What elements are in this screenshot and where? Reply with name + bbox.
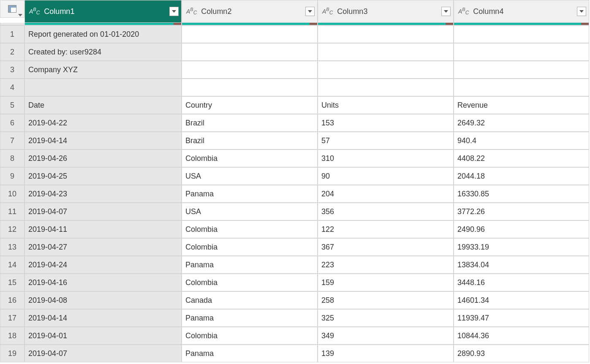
table-cell[interactable]: 139 <box>318 345 454 362</box>
table-cell[interactable]: 349 <box>318 327 454 345</box>
table-cell[interactable]: USA <box>182 203 318 220</box>
table-cell[interactable]: 223 <box>318 256 454 274</box>
table-cell[interactable]: 14601.34 <box>454 291 589 309</box>
table-cell[interactable]: Created by: user9284 <box>24 43 182 61</box>
table-cell[interactable]: 2019-04-07 <box>24 203 182 220</box>
table-cell[interactable]: Colombia <box>182 149 318 167</box>
table-cell[interactable]: 2019-04-14 <box>24 132 182 149</box>
table-cell[interactable]: 2490.96 <box>454 220 589 238</box>
row-number[interactable]: 2 <box>0 43 24 61</box>
row-number[interactable]: 6 <box>0 114 24 132</box>
table-cell[interactable]: 16330.85 <box>454 185 589 203</box>
table-cell[interactable]: 2649.32 <box>454 114 589 132</box>
column-filter-button[interactable] <box>577 7 586 16</box>
row-number[interactable]: 18 <box>0 327 24 345</box>
table-cell[interactable] <box>182 61 318 79</box>
table-cell[interactable]: 2019-04-07 <box>24 345 182 362</box>
table-cell[interactable] <box>454 61 589 79</box>
table-cell[interactable]: 2019-04-22 <box>24 114 182 132</box>
table-cell[interactable]: 11939.47 <box>454 309 589 327</box>
table-cell[interactable]: Panama <box>182 345 318 362</box>
table-cell[interactable]: 2019-04-08 <box>24 291 182 309</box>
table-cell[interactable]: 90 <box>318 167 454 185</box>
row-number[interactable]: 4 <box>0 79 24 96</box>
table-cell[interactable] <box>182 43 318 61</box>
row-number[interactable]: 3 <box>0 61 24 79</box>
table-cell[interactable] <box>182 25 318 43</box>
table-cell[interactable] <box>318 61 454 79</box>
table-cell[interactable] <box>454 43 589 61</box>
table-cell[interactable]: 2890.93 <box>454 345 589 362</box>
table-cell[interactable]: 356 <box>318 203 454 220</box>
table-cell[interactable]: Company XYZ <box>24 61 182 79</box>
column-header-3[interactable]: ABCColumn3 <box>318 0 454 23</box>
table-cell[interactable]: Colombia <box>182 238 318 256</box>
table-cell[interactable]: Report generated on 01-01-2020 <box>24 25 182 43</box>
table-cell[interactable]: Panama <box>182 185 318 203</box>
table-cell[interactable] <box>454 79 589 96</box>
table-cell[interactable] <box>24 79 182 96</box>
table-cell[interactable]: Colombia <box>182 274 318 291</box>
table-cell[interactable]: 3772.26 <box>454 203 589 220</box>
table-cell[interactable]: 3448.16 <box>454 274 589 291</box>
column-header-2[interactable]: ABCColumn2 <box>182 0 318 23</box>
row-number[interactable]: 17 <box>0 309 24 327</box>
table-cell[interactable]: Brazil <box>182 114 318 132</box>
column-filter-button[interactable] <box>305 7 315 16</box>
table-cell[interactable]: 159 <box>318 274 454 291</box>
column-filter-button[interactable] <box>169 7 179 16</box>
table-cell[interactable] <box>454 25 589 43</box>
table-cell[interactable]: 325 <box>318 309 454 327</box>
table-cell[interactable]: 2019-04-24 <box>24 256 182 274</box>
table-cell[interactable]: 19933.19 <box>454 238 589 256</box>
table-cell[interactable]: 2019-04-16 <box>24 274 182 291</box>
table-cell[interactable]: Units <box>318 96 454 114</box>
row-number[interactable]: 12 <box>0 220 24 238</box>
table-cell[interactable]: 10844.36 <box>454 327 589 345</box>
table-cell[interactable]: 310 <box>318 149 454 167</box>
table-cell[interactable]: 204 <box>318 185 454 203</box>
table-cell[interactable]: 57 <box>318 132 454 149</box>
table-cell[interactable]: 258 <box>318 291 454 309</box>
row-number[interactable]: 8 <box>0 149 24 167</box>
table-cell[interactable] <box>318 43 454 61</box>
table-cell[interactable]: 2019-04-26 <box>24 149 182 167</box>
table-cell[interactable]: 940.4 <box>454 132 589 149</box>
table-cell[interactable] <box>318 25 454 43</box>
row-number[interactable]: 13 <box>0 238 24 256</box>
row-number[interactable]: 19 <box>0 345 24 362</box>
column-header-4[interactable]: ABCColumn4 <box>454 0 589 23</box>
table-cell[interactable]: 4408.22 <box>454 149 589 167</box>
table-cell[interactable]: 2044.18 <box>454 167 589 185</box>
row-number[interactable]: 15 <box>0 274 24 291</box>
table-cell[interactable]: 2019-04-01 <box>24 327 182 345</box>
table-cell[interactable] <box>318 79 454 96</box>
table-cell[interactable]: 2019-04-14 <box>24 309 182 327</box>
table-cell[interactable]: Country <box>182 96 318 114</box>
table-cell[interactable]: 2019-04-27 <box>24 238 182 256</box>
table-cell[interactable]: 122 <box>318 220 454 238</box>
table-cell[interactable]: Colombia <box>182 220 318 238</box>
row-number[interactable]: 10 <box>0 185 24 203</box>
table-cell[interactable]: Colombia <box>182 327 318 345</box>
row-number[interactable]: 5 <box>0 96 24 114</box>
table-cell[interactable]: Panama <box>182 309 318 327</box>
table-cell[interactable]: Panama <box>182 256 318 274</box>
table-cell[interactable]: USA <box>182 167 318 185</box>
table-cell[interactable]: Date <box>24 96 182 114</box>
select-all-corner[interactable] <box>0 0 24 18</box>
table-cell[interactable]: Brazil <box>182 132 318 149</box>
row-number[interactable]: 14 <box>0 256 24 274</box>
row-number[interactable]: 7 <box>0 132 24 149</box>
column-header-1[interactable]: ABCColumn1 <box>24 0 182 23</box>
table-cell[interactable]: 2019-04-25 <box>24 167 182 185</box>
column-filter-button[interactable] <box>441 7 451 16</box>
table-cell[interactable]: 2019-04-11 <box>24 220 182 238</box>
table-cell[interactable]: Canada <box>182 291 318 309</box>
table-cell[interactable]: 13834.04 <box>454 256 589 274</box>
row-number[interactable]: 1 <box>0 25 24 43</box>
table-cell[interactable]: 2019-04-23 <box>24 185 182 203</box>
table-cell[interactable]: 153 <box>318 114 454 132</box>
table-cell[interactable] <box>182 79 318 96</box>
row-number[interactable]: 11 <box>0 203 24 220</box>
